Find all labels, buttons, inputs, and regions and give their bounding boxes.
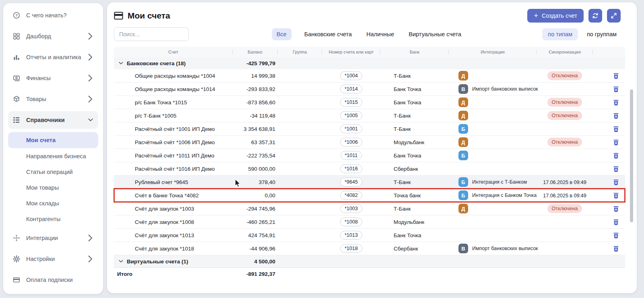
delete-account-button[interactable] bbox=[611, 138, 620, 147]
account-number-cell: *1013 bbox=[322, 231, 380, 240]
account-row[interactable]: р/с Банк Точка *1015-873 856,60*1015Банк… bbox=[114, 96, 625, 109]
expand-button[interactable] bbox=[607, 9, 621, 23]
account-row[interactable]: р/с Т-Банк *1005-34 119,48*1005Т-БанкДОт… bbox=[114, 109, 625, 122]
sidebar-subitem-3[interactable]: Мои товары bbox=[8, 180, 98, 195]
chevron-right-icon bbox=[87, 234, 94, 242]
filter-tab-2[interactable]: Наличные bbox=[365, 28, 396, 40]
account-row[interactable]: Общие расходы команды *100414 999,38*100… bbox=[114, 69, 625, 83]
delete-account-button[interactable] bbox=[611, 164, 620, 173]
group-balance: -425 799,79 bbox=[233, 60, 278, 66]
delete-account-button[interactable] bbox=[611, 124, 620, 133]
sidebar-subitem-1[interactable]: Направления бизнеса bbox=[8, 148, 98, 164]
sync-status-badge: Отключена bbox=[547, 138, 582, 147]
sync-cell: 17.06.2025 в 09:49 bbox=[537, 192, 593, 199]
bank-name: Т-Банк bbox=[380, 179, 449, 185]
account-name: Расчётный счёт *1006 ИП Демо bbox=[114, 139, 233, 145]
account-type-tabs: ВсеБанковские счетаНаличныеВиртуальные с… bbox=[272, 27, 463, 41]
bank-name: Сбербанк bbox=[380, 166, 449, 172]
sidebar-subitem-5[interactable]: Контрагенты bbox=[8, 211, 98, 227]
group-row[interactable]: Банковские счета (18)-425 799,79 bbox=[114, 57, 625, 69]
sidebar-item-4[interactable]: Товары bbox=[8, 90, 98, 108]
delete-account-button[interactable] bbox=[611, 111, 620, 120]
filter-tab-0[interactable]: Все bbox=[272, 28, 291, 40]
delete-account-button[interactable] bbox=[611, 71, 620, 80]
view-toggle-option-0[interactable]: по типам bbox=[542, 28, 578, 40]
bank-name: Банк Точка bbox=[380, 232, 449, 238]
account-row[interactable]: Счёт для закупок *1003-294 745,96*1003Т-… bbox=[114, 202, 625, 215]
delete-account-button[interactable] bbox=[611, 191, 620, 200]
chevron-right-icon bbox=[87, 95, 94, 103]
scrollbar-thumb[interactable] bbox=[630, 89, 633, 222]
account-row[interactable]: Счёт для закупок *1018-44 906,96*1018Сбе… bbox=[114, 242, 625, 255]
column-header-5: Интеграция bbox=[449, 47, 537, 57]
integration-badge: В bbox=[458, 84, 468, 94]
account-name: Счёт для закупок *1003 bbox=[114, 206, 233, 212]
sidebar-item-8[interactable]: Оплата подписки bbox=[8, 271, 98, 289]
create-account-button[interactable]: + Создать счет bbox=[527, 9, 584, 23]
integration-cell: БИнтеграция с Т-Банком bbox=[449, 177, 537, 187]
page: ?С чего начать?ДашбордОтчеты и аналитика… bbox=[0, 0, 644, 298]
account-row[interactable]: Счёт для закупок *1013424 754,91*1013Бан… bbox=[114, 229, 625, 242]
account-number-cell: *1003 bbox=[322, 204, 380, 213]
expand-icon bbox=[611, 12, 617, 19]
filter-tab-3[interactable]: Виртуальные счета bbox=[407, 28, 463, 40]
trash-icon bbox=[613, 219, 619, 226]
delete-account-button[interactable] bbox=[611, 244, 620, 253]
account-row[interactable]: Общие расходы команды *1014-293 833,92*1… bbox=[114, 83, 625, 96]
group-row[interactable]: Виртуальные счета (1)4 500,00 bbox=[114, 255, 625, 267]
sidebar-item-5[interactable]: Справочники bbox=[8, 111, 98, 129]
delete-account-button[interactable] bbox=[611, 217, 620, 226]
sidebar-item-label: Товары bbox=[26, 96, 46, 102]
account-row[interactable]: Расчётный счёт *1016 ИП Демо590 000,00*1… bbox=[114, 162, 625, 176]
integration-label: Импорт банковских выписок bbox=[472, 86, 538, 92]
account-row[interactable]: Счёт для закупок *1008-460 265,21*1008Мо… bbox=[114, 215, 625, 229]
sidebar-item-0[interactable]: ?С чего начать? bbox=[8, 6, 98, 24]
delete-account-button[interactable] bbox=[611, 231, 620, 240]
sidebar-item-6[interactable]: Интеграции bbox=[8, 229, 98, 247]
delete-account-button[interactable] bbox=[611, 85, 620, 93]
delete-account-button[interactable] bbox=[611, 151, 620, 160]
account-row[interactable]: Расчётный счёт *1006 ИП Демо63 357,31*10… bbox=[114, 136, 625, 149]
sidebar-item-1[interactable]: Дашборд bbox=[8, 27, 98, 45]
account-balance: 590 000,00 bbox=[233, 166, 278, 172]
account-row[interactable]: Расчётный счёт *1001 ИП Демо3 354 638,91… bbox=[114, 122, 625, 136]
sidebar-item-2[interactable]: Отчеты и аналитика bbox=[8, 48, 98, 66]
account-row[interactable]: Счёт в банке Точка *40820,00*4082Точка б… bbox=[114, 189, 625, 202]
column-header-2: Группа bbox=[278, 47, 322, 57]
group-balance: 4 500,00 bbox=[233, 259, 278, 265]
sidebar-subitem-4[interactable]: Мои склады bbox=[8, 195, 98, 211]
integration-cell: Б bbox=[449, 124, 537, 134]
account-balance: 378,40 bbox=[233, 179, 278, 185]
refresh-button[interactable] bbox=[588, 9, 602, 23]
search-input[interactable] bbox=[114, 27, 189, 41]
sidebar-subitem-0[interactable]: Мои счета bbox=[8, 132, 98, 148]
delete-account-button[interactable] bbox=[611, 178, 620, 186]
sync-cell: Отключена bbox=[537, 204, 593, 213]
account-name: Расчётный счёт *1001 ИП Демо bbox=[114, 126, 233, 132]
sidebar-subitem-2[interactable]: Статьи операций bbox=[8, 164, 98, 180]
account-name: р/с Банк Точка *1015 bbox=[114, 99, 233, 106]
main-header: Мои счета + Создать счет bbox=[114, 9, 621, 23]
delete-account-button[interactable] bbox=[611, 204, 620, 213]
account-row[interactable]: Рублевый счет *9645378,40*9645Т-БанкБИнт… bbox=[114, 176, 625, 189]
account-number-cell: *1008 bbox=[322, 217, 380, 226]
account-name: Счёт для закупок *1013 bbox=[114, 232, 233, 238]
total-balance: -891 292,37 bbox=[233, 271, 278, 277]
sidebar-subnav: Мои счетаНаправления бизнесаСтатьи опера… bbox=[8, 132, 98, 227]
column-header-0: Счет bbox=[114, 47, 233, 57]
trash-icon bbox=[613, 72, 619, 79]
sidebar-item-7[interactable]: Настройки bbox=[8, 250, 98, 268]
integration-cell: БИнтеграция с Банком Точка bbox=[449, 190, 537, 200]
svg-text:?: ? bbox=[15, 13, 18, 17]
account-row[interactable]: Расчётный счёт *1011 ИП Демо-222 735,54*… bbox=[114, 149, 625, 162]
view-toggle-option-1[interactable]: по группам bbox=[583, 28, 621, 40]
account-number-cell: *1004 bbox=[322, 71, 380, 80]
filter-tab-1[interactable]: Банковские счета bbox=[303, 28, 353, 40]
sidebar-item-3[interactable]: Финансы bbox=[8, 69, 98, 87]
integration-badge: Б bbox=[458, 124, 468, 134]
account-name: Расчётный счёт *1011 ИП Демо bbox=[114, 153, 233, 159]
delete-account-button[interactable] bbox=[611, 98, 620, 107]
gear-icon bbox=[13, 255, 20, 263]
account-number-pill: *1005 bbox=[340, 111, 362, 120]
account-balance: -34 119,48 bbox=[233, 113, 278, 119]
